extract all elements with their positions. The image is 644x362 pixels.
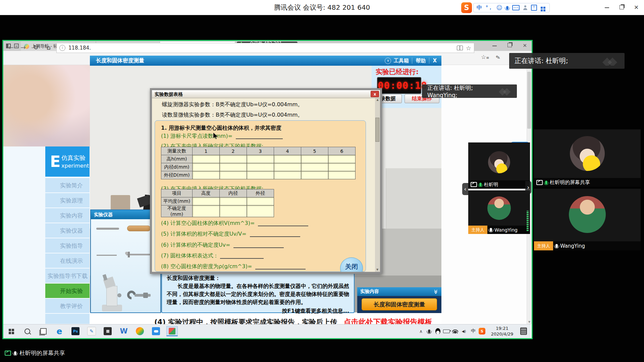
input-cell[interactable]: [220, 163, 247, 171]
help-button[interactable]: 帮助: [416, 58, 426, 64]
taskbar-clock[interactable]: 19:21 2020/4/29: [487, 325, 517, 337]
toolbox-button[interactable]: 工具箱: [393, 58, 409, 64]
experiment-close-button[interactable]: X: [433, 58, 438, 64]
ime-skin-icon[interactable]: [523, 5, 527, 10]
input-cell[interactable]: [220, 205, 247, 217]
microscope-knob-image[interactable]: [117, 293, 121, 297]
taskbar-meeting-app-icon[interactable]: [166, 326, 178, 336]
sidebar-item-partial[interactable]: [45, 314, 90, 324]
brass-cylinder-image[interactable]: [127, 226, 151, 231]
dialog-scrollbar[interactable]: ▲ ▼: [375, 98, 380, 272]
restore-button[interactable]: [616, 0, 627, 15]
panel-double-chevron-icon[interactable]: ≫: [434, 289, 439, 294]
sidebar-item-instruments[interactable]: 实验仪器: [45, 223, 90, 238]
browser-scrollbar-thumb[interactable]: [527, 72, 531, 129]
sidebar-item-guide[interactable]: 实验指导: [45, 238, 90, 253]
input-cell[interactable]: [328, 155, 356, 163]
answer-blank[interactable]: [255, 269, 306, 269]
panel-collapse-handle-left[interactable]: ‹: [462, 183, 468, 195]
caliper-beam-image[interactable]: [126, 254, 151, 255]
search-icon[interactable]: [21, 326, 33, 336]
sidebar-item-download[interactable]: 实验指导书下载: [45, 268, 90, 283]
input-cell[interactable]: [220, 155, 247, 163]
address-bar[interactable]: i 118.184. ☆: [56, 43, 474, 53]
input-cell[interactable]: [247, 205, 274, 217]
input-cell[interactable]: [193, 205, 220, 217]
ime-mic-icon[interactable]: [506, 6, 508, 10]
dialog-scrollbar-thumb[interactable]: [375, 118, 379, 142]
input-cell[interactable]: [274, 171, 301, 179]
video-tile[interactable]: 主持人 WangYing: [534, 189, 641, 250]
ime-toolbox-grid-icon[interactable]: [541, 7, 543, 9]
action-center-icon[interactable]: [518, 326, 529, 336]
microscope-body-image[interactable]: [106, 286, 117, 306]
ime-keyboard-icon[interactable]: [512, 5, 520, 10]
browser-close-button[interactable]: ✕: [523, 43, 527, 49]
input-cell[interactable]: [193, 171, 220, 179]
answer-blank[interactable]: [236, 138, 283, 139]
refresh-icon[interactable]: ↻: [32, 44, 40, 51]
close-button[interactable]: ✕: [631, 0, 641, 15]
taskbar-wps-icon[interactable]: W: [118, 326, 129, 336]
taskbar-dark-app-icon[interactable]: [102, 326, 113, 336]
browser-minimize-button[interactable]: [492, 42, 497, 49]
reading-view-icon[interactable]: [457, 46, 463, 50]
sidebar-item-content[interactable]: 实验内容: [45, 208, 90, 223]
back-icon[interactable]: ←: [7, 44, 15, 51]
caliper-dial-image[interactable]: [125, 252, 128, 255]
start-button[interactable]: [5, 326, 17, 336]
sidebar-item-evaluation[interactable]: 教学评价: [45, 299, 90, 313]
input-cell[interactable]: [220, 197, 247, 205]
favorites-list-icon[interactable]: ☆≡: [481, 54, 489, 60]
answer-blank[interactable]: [258, 226, 308, 226]
ime-emoji-icon[interactable]: ☺: [496, 4, 502, 11]
dialog-close-icon[interactable]: x: [371, 91, 379, 97]
input-cell[interactable]: [220, 171, 247, 179]
input-cell[interactable]: [247, 155, 274, 163]
site-info-icon[interactable]: i: [59, 45, 65, 51]
sidebar-item-start[interactable]: 开始实验: [45, 284, 90, 298]
collapse-chevron-icon[interactable]: ∨: [385, 58, 391, 64]
taskbar-cloud-app-icon[interactable]: [150, 326, 162, 336]
wire-image[interactable]: [97, 255, 117, 256]
browser-restore-button[interactable]: [507, 42, 512, 49]
input-cell[interactable]: [247, 163, 274, 171]
answer-blank[interactable]: [233, 247, 284, 248]
dialog-title-bar[interactable]: 实验数据表格: [152, 90, 380, 98]
input-cell[interactable]: [301, 155, 328, 163]
input-cell[interactable]: [193, 163, 220, 171]
content-panel-header[interactable]: 实验内容 ≫: [357, 287, 441, 296]
input-cell[interactable]: [301, 163, 328, 171]
input-cell[interactable]: [274, 163, 301, 171]
input-cell[interactable]: [301, 171, 328, 179]
input-cell[interactable]: [193, 155, 220, 163]
sidebar-item-principle[interactable]: 实验原理: [45, 193, 90, 208]
input-cell[interactable]: [193, 197, 220, 205]
home-icon[interactable]: ⌂: [44, 44, 53, 51]
input-cell[interactable]: [328, 163, 356, 171]
steel-rod-image[interactable]: [96, 228, 119, 230]
taskbar-media-app-icon[interactable]: [134, 326, 146, 336]
panel-collapse-handle-right[interactable]: ›: [525, 181, 531, 194]
ime-mode-icon[interactable]: 中: [477, 4, 482, 11]
video-tile[interactable]: 杜昕明: [468, 142, 530, 189]
minimize-button[interactable]: [602, 0, 612, 15]
ime-toolbar[interactable]: 中 °， ☺ ↑: [473, 3, 550, 12]
micrometer-spindle-image[interactable]: [135, 294, 151, 297]
input-cell[interactable]: [247, 197, 274, 205]
input-cell[interactable]: [274, 155, 301, 163]
task-view-icon[interactable]: [38, 326, 49, 336]
sidebar-item-intro[interactable]: 实验简介: [45, 178, 90, 193]
tray-sogou-icon[interactable]: S: [476, 326, 488, 336]
taskbar-pen-app-icon[interactable]: ✎: [86, 326, 97, 336]
taskbar-photoshop-icon[interactable]: Ps: [70, 326, 81, 336]
sogou-ime-icon[interactable]: S: [461, 2, 472, 13]
ime-punctuation-icon[interactable]: °，: [486, 5, 493, 11]
input-cell[interactable]: [328, 171, 356, 179]
video-tile[interactable]: 主持人 WangYing: [468, 190, 530, 234]
answer-blank[interactable]: [220, 258, 264, 259]
favorite-star-icon[interactable]: ☆: [466, 45, 471, 52]
video-tile[interactable]: 杜昕明的屏幕共享: [534, 129, 641, 187]
sidebar-item-demo[interactable]: 在线演示: [45, 253, 90, 268]
experiment-entry-button[interactable]: 长度和固体密度测量: [362, 298, 437, 310]
